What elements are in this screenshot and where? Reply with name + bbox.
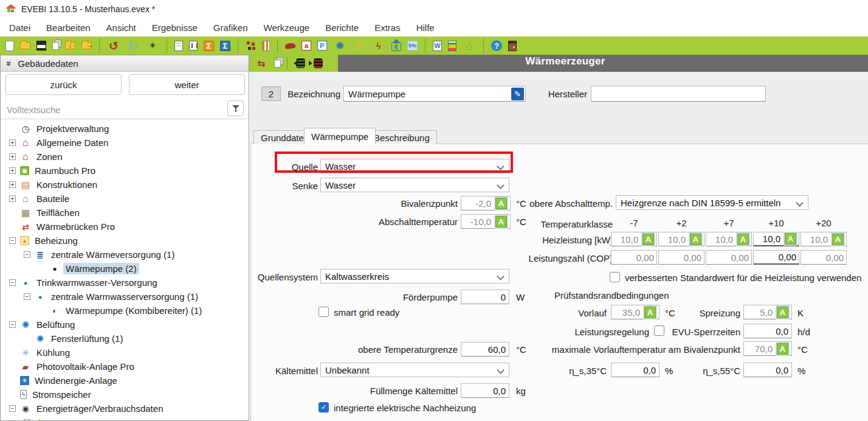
economy-module-icon[interactable]: €: [391, 43, 401, 51]
leistungszahl-input[interactable]: 0,00: [611, 250, 657, 265]
tree-expander[interactable]: −: [9, 405, 16, 412]
calculate-sum-icon[interactable]: Σ: [204, 41, 214, 51]
database-save-icon[interactable]: [314, 58, 323, 68]
tree-expander[interactable]: −: [24, 293, 30, 300]
max-vorlauftemperatur-input[interactable]: 70,0 A: [743, 341, 792, 356]
measure-a-icon[interactable]: a: [301, 41, 311, 50]
tree-item[interactable]: ✺ Fensterlüftung (1): [1, 332, 249, 346]
leistungsregelung-checkbox[interactable]: [654, 325, 664, 336]
tree-item[interactable]: + ▤ Konstruktionen: [1, 178, 249, 192]
collapse-chevron-icon[interactable]: »: [4, 61, 15, 66]
auto-value-button[interactable]: A: [737, 234, 749, 245]
spreizung-input[interactable]: 5,0 A: [743, 305, 792, 319]
nachheizung-checkbox[interactable]: [319, 402, 329, 412]
tree-item[interactable]: ◐ Wärmepumpe (Kombibereiter) (1): [1, 304, 249, 318]
tree-item[interactable]: ✳ Windenergie-Anlage: [1, 374, 249, 388]
leistungszahl-input[interactable]: 0,00: [706, 250, 752, 265]
menu-item[interactable]: Ergebnisse: [144, 20, 205, 35]
auto-value-button[interactable]: A: [495, 216, 507, 228]
database-load-icon[interactable]: [296, 58, 305, 68]
quellensystem-select[interactable]: Kaltwasserkreis: [320, 269, 509, 284]
undo-icon[interactable]: ↺: [107, 39, 120, 52]
tree-item[interactable]: ▦ Teilflächen: [1, 206, 249, 220]
import-icon[interactable]: [65, 42, 75, 49]
ventilation-module-icon[interactable]: ✺: [333, 39, 346, 52]
menu-item[interactable]: Berichte: [317, 20, 367, 35]
menu-item[interactable]: Ansicht: [98, 20, 144, 35]
input-report-icon[interactable]: [174, 41, 183, 51]
obere-temperaturgrenze-input[interactable]: 60,0: [461, 342, 509, 357]
results-sum-icon[interactable]: Σ: [220, 41, 230, 51]
tree-item[interactable]: − ▲ Beheizung: [1, 234, 249, 248]
heizleistung-input[interactable]: 10,0 A: [611, 232, 657, 246]
next-button[interactable]: weiter: [129, 74, 245, 95]
tree-expander[interactable]: −: [9, 237, 16, 244]
heizleistung-input[interactable]: 10,0 A: [753, 232, 799, 246]
open-file-icon[interactable]: [20, 42, 30, 49]
auto-value-button[interactable]: A: [777, 343, 788, 355]
solar-module-icon[interactable]: ☀: [353, 39, 366, 52]
tree-expander[interactable]: −: [9, 279, 16, 286]
senke-select[interactable]: Wasser: [320, 178, 509, 192]
edit-pencil-button[interactable]: ✎: [511, 88, 524, 100]
heizleistung-input[interactable]: 10,0 A: [658, 232, 704, 246]
tree-item[interactable]: ◷ Projektverwaltung: [1, 122, 249, 136]
scheme-icon[interactable]: [246, 41, 256, 50]
eta-s-35-input[interactable]: 0,0: [611, 363, 660, 377]
tree-item[interactable]: + ⌂ Zonen: [1, 150, 249, 164]
tree-expander[interactable]: +: [9, 195, 16, 202]
verbesserter-standardwert-checkbox[interactable]: [610, 272, 620, 282]
fuellmenge-input[interactable]: 0,0: [461, 383, 509, 398]
menu-item[interactable]: Grafiken: [205, 20, 256, 35]
smart-grid-ready-checkbox[interactable]: [319, 307, 329, 317]
vorlauf-input[interactable]: 35,0 A: [611, 305, 660, 319]
tree-expander[interactable]: +: [9, 139, 16, 146]
building-variants-icon[interactable]: ⌂: [463, 39, 476, 52]
evu-sperrzeiten-input[interactable]: 0,0: [743, 324, 792, 338]
auto-value-button[interactable]: A: [495, 198, 507, 209]
tree-item[interactable]: + ⌂ Bauteile: [1, 192, 249, 206]
energy-label-icon[interactable]: [448, 41, 456, 51]
menu-item[interactable]: Werkzeuge: [256, 20, 318, 35]
wizard-icon[interactable]: ✶: [146, 39, 159, 52]
tree-expander[interactable]: +: [9, 167, 16, 174]
electric-module-icon[interactable]: ϟ: [372, 39, 385, 52]
auto-value-button[interactable]: A: [785, 233, 796, 245]
tree-item[interactable]: ✳ Kühlung: [1, 346, 249, 360]
tree-item[interactable]: − ● zentrale Warmwasserversorgung (1): [1, 290, 249, 304]
tree-expander[interactable]: −: [9, 321, 16, 328]
menu-item[interactable]: Datei: [1, 20, 38, 35]
tree-expander[interactable]: +: [9, 153, 16, 160]
tree-item[interactable]: − ◉ Energieträger/Verbrauchsdaten: [1, 402, 249, 416]
filter-button[interactable]: [227, 100, 244, 116]
menu-item[interactable]: Hilfe: [408, 20, 443, 35]
menu-item[interactable]: Bearbeiten: [38, 20, 98, 35]
kaeltemittel-select[interactable]: Unbekannt: [320, 363, 509, 377]
construction-list-icon[interactable]: [262, 41, 270, 51]
tree-item[interactable]: ● Wärmepumpe (2): [1, 262, 249, 276]
leistungszahl-input[interactable]: 0,00: [801, 250, 847, 265]
heizleistung-input[interactable]: 10,0 A: [801, 232, 847, 246]
menu-item[interactable]: Extras: [367, 20, 408, 35]
search-input[interactable]: [7, 102, 213, 117]
tree-item[interactable]: ▰ Photovoltaik-Anlage Pro: [1, 360, 249, 374]
tree-item[interactable]: ϟ Stromspeicher: [1, 388, 249, 402]
copy-icon[interactable]: [52, 42, 59, 50]
tariff-module-icon[interactable]: 5%: [407, 41, 418, 50]
word-report-icon[interactable]: W: [433, 41, 442, 51]
auto-value-button[interactable]: A: [690, 234, 701, 245]
export-icon[interactable]: [81, 42, 92, 49]
tab-waermepumpe[interactable]: Wärmepumpe: [304, 128, 376, 144]
auto-value-button[interactable]: A: [832, 234, 844, 245]
auto-value-button[interactable]: A: [642, 234, 654, 245]
tree-expander[interactable]: −: [24, 251, 30, 258]
auto-value-button[interactable]: A: [777, 307, 788, 318]
tree-expander[interactable]: +: [24, 419, 30, 420]
obere-abschalttemp-select[interactable]: Heizgrenze nach DIN 18599-5 ermitteln: [616, 195, 808, 210]
tree-item[interactable]: − ≣ zentrale Wärmeversorgung (1): [1, 248, 249, 262]
duplicate-icon[interactable]: [274, 60, 281, 68]
eta-s-55-input[interactable]: 0,0: [743, 363, 792, 377]
new-file-icon[interactable]: [5, 41, 14, 51]
consultant-cap-icon[interactable]: [284, 42, 295, 49]
abschalttemperatur-input[interactable]: -10,0 A: [461, 214, 511, 229]
